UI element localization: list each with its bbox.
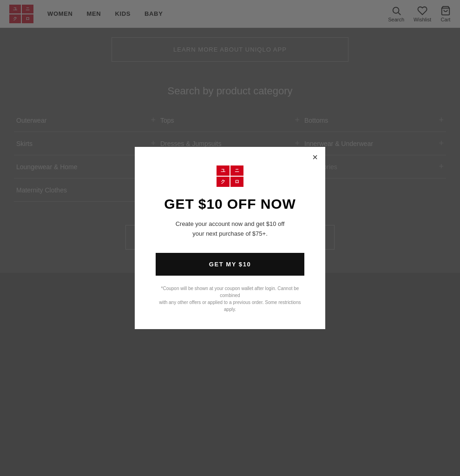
modal-headline: GET $10 OFF NOW: [156, 196, 304, 212]
modal-logo: ユ ニ ク ロ: [156, 165, 304, 187]
modal-close-button[interactable]: ×: [312, 152, 318, 162]
modal-logo-cell-4: ロ: [230, 177, 243, 187]
modal-dialog: × ユ ニ ク ロ GET $10 OFF NOW Create your ac…: [135, 147, 325, 329]
modal-cta-button[interactable]: GET MY $10: [156, 253, 304, 276]
modal-logo-cell-1: ユ: [217, 165, 230, 176]
modal-logo-grid: ユ ニ ク ロ: [217, 165, 243, 187]
modal-disclaimer: *Coupon will be shown at your coupon wal…: [156, 285, 304, 313]
modal-subtext: Create your account now and get $10 offy…: [156, 219, 304, 239]
modal-logo-cell-3: ク: [217, 177, 230, 187]
modal-logo-cell-2: ニ: [230, 165, 243, 176]
modal-overlay[interactable]: × ユ ニ ク ロ GET $10 OFF NOW Create your ac…: [0, 0, 460, 476]
